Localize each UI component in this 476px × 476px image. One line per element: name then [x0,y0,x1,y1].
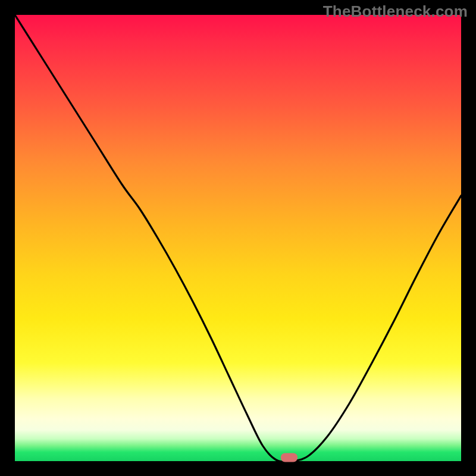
minimum-marker [281,453,298,462]
chart-frame: TheBottleneck.com [0,0,476,476]
plot-area [15,15,461,461]
watermark-label: TheBottleneck.com [323,2,468,21]
gradient-background [15,15,461,461]
